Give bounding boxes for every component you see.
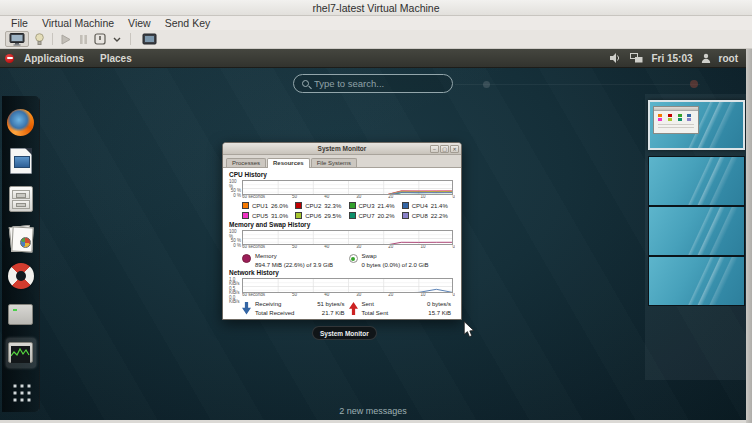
window-controls: – ▢ ✕	[430, 145, 459, 153]
volume-icon[interactable]	[610, 53, 622, 63]
cpu1-legend: CPU126.0%	[242, 202, 295, 209]
memory-detail: 894.7 MiB (22.6%) of 3.9 GiB	[255, 262, 333, 268]
total-sent-label: Total Sent	[362, 310, 416, 316]
workspace-thumbnail-4[interactable]	[648, 256, 745, 306]
workspace-thumbnail-1[interactable]	[648, 100, 745, 150]
mini-line	[658, 127, 694, 128]
menu-file[interactable]: File	[4, 17, 35, 29]
tab-file-systems[interactable]: File Systems	[311, 158, 357, 167]
cpu-legend: CPU126.0% CPU232.3% CPU321.4% CPU421.4% …	[242, 202, 455, 219]
network-icon[interactable]	[630, 53, 643, 63]
run-icon	[61, 34, 71, 45]
cpu3-swatch	[349, 202, 356, 209]
workspace-window-preview-legend	[654, 111, 698, 122]
fullscreen-button[interactable]	[137, 31, 161, 47]
cpu-history-title: CPU History	[229, 171, 455, 178]
dock-item-system-monitor[interactable]	[6, 338, 36, 367]
cpu5-legend: CPU531.0%	[242, 212, 295, 219]
receiving-rate: 51 bytes/s	[309, 301, 345, 307]
cpu4-swatch	[402, 202, 409, 209]
total-received-value: 21.7 KiB	[309, 310, 345, 316]
run-button[interactable]	[59, 31, 73, 47]
firefox-icon	[7, 109, 34, 136]
network-history-graph: 1.0 KiB/s0.5 KiB/s0.0 KiB/s	[229, 278, 455, 293]
vm-window-title: rhel7-latest Virtual Machine	[312, 2, 439, 14]
receiving-legend-item: Receiving Total Received 51 bytes/s 21.7…	[242, 301, 349, 317]
shutdown-button[interactable]	[93, 31, 107, 47]
places-menu[interactable]: Places	[94, 53, 138, 64]
workspace-thumbnail-3[interactable]	[648, 206, 745, 256]
cpu2-swatch	[295, 202, 302, 209]
menu-view[interactable]: View	[121, 17, 158, 29]
memory-legend-item: Memory 894.7 MiB (22.6%) of 3.9 GiB	[242, 253, 349, 268]
vm-menubar: File Virtual Machine View Send Key	[0, 16, 752, 30]
cpu3-legend: CPU321.4%	[349, 202, 402, 209]
cpu8-legend: CPU822.2%	[402, 212, 455, 219]
memory-chart	[242, 230, 453, 245]
pause-icon	[79, 34, 88, 45]
dock-item-help[interactable]	[6, 262, 36, 291]
search-box[interactable]	[293, 74, 453, 93]
system-monitor-title: System Monitor	[223, 145, 461, 152]
shutdown-menu-button[interactable]	[110, 31, 124, 47]
network-history-title: Network History	[229, 269, 455, 276]
background-decoration	[690, 80, 698, 88]
system-monitor-titlebar[interactable]: System Monitor – ▢ ✕	[223, 143, 461, 155]
memory-y-axis: 100 %50 %0 %	[229, 230, 242, 245]
background-decoration	[483, 81, 490, 88]
receiving-label: Receiving	[255, 301, 309, 307]
dock-item-file-cabinet[interactable]	[6, 185, 36, 214]
clock[interactable]: Fri 15:03	[651, 53, 692, 64]
pause-button[interactable]	[76, 31, 90, 47]
total-received-label: Total Received	[255, 310, 309, 316]
shutdown-icon	[94, 33, 106, 45]
file-cabinet-icon	[9, 186, 33, 212]
memory-pie-icon	[242, 254, 251, 263]
swap-label: Swap	[362, 253, 429, 259]
dock-item-documents[interactable]	[6, 223, 36, 252]
user-icon	[701, 53, 711, 63]
background-decoration	[455, 84, 700, 85]
app-grid-icon	[10, 381, 31, 402]
top-bar-left: Applications Places	[5, 53, 138, 64]
memory-x-axis: 60 seconds50403020100	[242, 245, 455, 250]
dash-dock	[2, 96, 40, 412]
dock-item-presentation[interactable]	[6, 146, 36, 175]
resources-panel: CPU History 100 %50 %0 % 60 seconds50403…	[223, 168, 461, 319]
presentation-document-icon	[10, 148, 32, 174]
memory-swap-legend: Memory 894.7 MiB (22.6%) of 3.9 GiB Swap…	[242, 253, 455, 268]
memory-label: Memory	[255, 253, 333, 259]
menu-send-key[interactable]: Send Key	[158, 17, 218, 29]
chevron-down-icon	[113, 37, 121, 42]
cpu-history-graph: 100 %50 %0 %	[229, 180, 455, 195]
show-applications-button[interactable]	[6, 377, 36, 406]
cpu-chart	[242, 180, 453, 195]
close-button[interactable]: ✕	[450, 145, 459, 153]
toolbar-separator	[52, 33, 53, 45]
dock-item-firefox[interactable]	[6, 108, 36, 137]
cpu1-swatch	[242, 202, 249, 209]
total-sent-value: 15.7 KiB	[415, 310, 451, 316]
applications-menu[interactable]: Applications	[18, 53, 90, 64]
tab-resources[interactable]: Resources	[267, 158, 310, 168]
workspace-thumbnail-2[interactable]	[648, 156, 745, 206]
tab-processes[interactable]: Processes	[226, 158, 266, 167]
mouse-cursor	[463, 321, 475, 338]
vm-toolbar	[0, 30, 752, 49]
network-x-axis: 60 seconds50403020100	[242, 293, 455, 298]
swap-legend-item: Swap 0 bytes (0.0%) of 2.0 GiB	[349, 253, 456, 268]
cpu2-legend: CPU232.3%	[295, 202, 348, 209]
message-tray[interactable]: 2 new messages	[0, 406, 746, 416]
lightbulb-icon	[35, 33, 44, 46]
memory-history-graph: 100 %50 %0 %	[229, 230, 455, 245]
minimize-button[interactable]: –	[430, 145, 439, 153]
show-details-button[interactable]	[32, 31, 46, 47]
show-console-button[interactable]	[5, 31, 29, 47]
search-input[interactable]	[314, 78, 444, 89]
user-menu[interactable]: root	[719, 53, 738, 64]
dock-item-terminal[interactable]	[6, 300, 36, 329]
cpu-y-axis: 100 %50 %0 %	[229, 180, 242, 195]
menu-virtual-machine[interactable]: Virtual Machine	[35, 17, 121, 29]
maximize-button[interactable]: ▢	[440, 145, 449, 153]
vm-window-titlebar[interactable]: rhel7-latest Virtual Machine	[0, 0, 752, 16]
